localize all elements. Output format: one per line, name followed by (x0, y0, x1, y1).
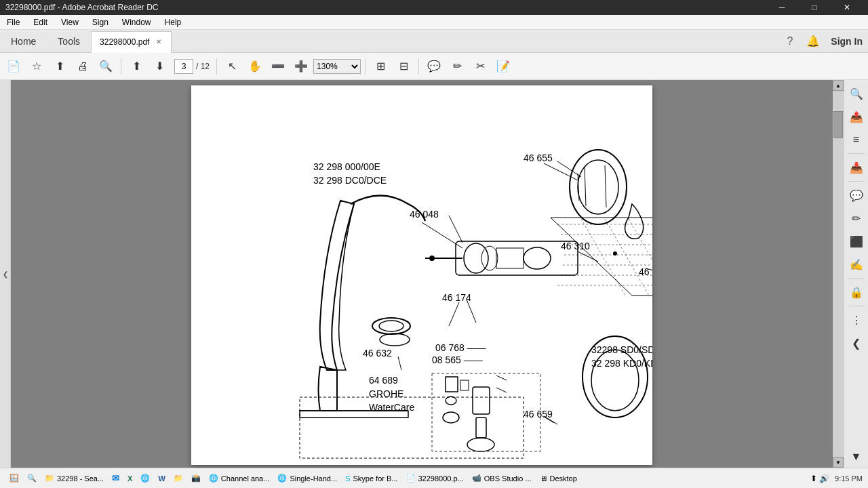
windows-icon: 🪟 (9, 474, 19, 483)
more-panel-button[interactable]: ⋮ (846, 309, 867, 331)
tab-right-area: ? 🔔 Sign In (784, 32, 868, 50)
taskbar-chrome-2[interactable]: 🌐 Single-Hand... (273, 469, 341, 488)
excel-icon: X (127, 474, 132, 483)
page-number-input[interactable]: 3 (174, 59, 193, 74)
taskbar-outlook[interactable]: ✉ (108, 469, 123, 488)
search-button[interactable]: 🔍 (95, 56, 117, 77)
menu-window[interactable]: Window (115, 15, 158, 30)
menu-sign[interactable]: Sign (85, 15, 115, 30)
skype-label: Skype for B... (353, 474, 397, 483)
taskbar-search[interactable]: 🔍 (23, 469, 41, 488)
comment-panel-button[interactable]: 💬 (846, 184, 867, 206)
label-46659: 46 659 (524, 409, 553, 420)
sign-in-button[interactable]: Sign In (831, 36, 863, 47)
cartridge-end-2 (524, 247, 551, 269)
cartridge-body (456, 241, 578, 275)
scroll-down-button[interactable]: ▼ (833, 457, 844, 468)
print-button[interactable]: 🖨 (72, 56, 94, 77)
help-icon-button[interactable]: ? (784, 33, 795, 50)
export-panel-button[interactable]: 📥 (846, 157, 867, 178)
faucet-spout-inner (337, 204, 354, 370)
washer-inner (379, 321, 403, 331)
washer-2 (380, 333, 410, 346)
explorer-icon: 📁 (45, 474, 54, 483)
notifications-icon-button[interactable]: 🔔 (804, 32, 823, 50)
menu-edit[interactable]: Edit (26, 15, 54, 30)
new-document-button[interactable]: 📄 (3, 56, 24, 77)
search-panel-button[interactable]: 🔍 (846, 83, 867, 104)
taskbar-ie[interactable]: 🌐 (136, 469, 154, 488)
hand-tool-button[interactable]: ✋ (244, 56, 266, 77)
system-tray: ⬆ 🔊 (810, 474, 829, 483)
surface-grid (551, 218, 652, 296)
upload-button[interactable]: ⬆ (49, 56, 71, 77)
taskbar-excel[interactable]: X (123, 469, 136, 488)
highlight-button[interactable]: ✏ (446, 56, 468, 77)
sign-button[interactable]: 📝 (492, 56, 514, 77)
menu-file[interactable]: File (0, 15, 26, 30)
toolbar-separator-4 (418, 58, 419, 75)
cap-line-2 (585, 167, 586, 206)
menu-view[interactable]: View (54, 15, 85, 30)
taskbar-photo[interactable]: 📸 (187, 469, 205, 488)
taskbar-desktop[interactable]: 🖥 Desktop (536, 469, 581, 488)
stamp-button[interactable]: ✂ (469, 56, 491, 77)
taskbar-skype[interactable]: S Skype for B... (341, 469, 401, 488)
taskbar-chrome-1[interactable]: 🌐 Channel ana... (205, 469, 274, 488)
eraser-panel-button[interactable]: ⬛ (846, 230, 867, 252)
zoom-out-button[interactable]: ➖ (267, 56, 289, 77)
scroll-up-button[interactable]: ▲ (833, 80, 844, 91)
line-46655 (557, 161, 581, 177)
zoom-select[interactable]: 130% 100% 75% 150% (313, 59, 361, 74)
scroll-track[interactable] (833, 91, 844, 457)
taskbar-start[interactable]: 🪟 (5, 469, 23, 488)
comment-button[interactable]: 💬 (423, 56, 445, 77)
line-46174 (467, 300, 476, 323)
share-panel-button[interactable]: 📤 (846, 106, 867, 127)
select-tool-button[interactable]: ↖ (221, 56, 243, 77)
skype-icon: S (345, 474, 350, 483)
faucet-base (319, 367, 338, 411)
label-model-3: 32298 SD0/SDE (591, 344, 652, 355)
next-page-button[interactable]: ⬇ (149, 56, 170, 77)
snapshot-button[interactable]: ⊟ (393, 56, 414, 77)
tab-close-button[interactable]: ✕ (155, 30, 163, 54)
label-model-1: 32 298 000/00E (313, 161, 380, 172)
maximize-button[interactable]: □ (799, 0, 830, 15)
label-46048: 46 048 (410, 209, 439, 220)
label-64689: 64 689 (369, 375, 398, 386)
taskbar-obs[interactable]: 📹 OBS Studio ... (468, 469, 536, 488)
marquee-tool-button[interactable]: ⊞ (370, 56, 391, 77)
obs-icon: 📹 (472, 474, 481, 483)
tab-home[interactable]: Home (0, 30, 47, 53)
desktop-icon: 🖥 (540, 474, 547, 483)
bookmark-button[interactable]: ☆ (26, 56, 47, 77)
tab-tools[interactable]: Tools (47, 30, 91, 53)
minimize-button[interactable]: ─ (766, 0, 797, 15)
prev-page-button[interactable]: ⬆ (125, 56, 147, 77)
zoom-in-button[interactable]: ➕ (290, 56, 312, 77)
label-46655: 46 655 (524, 152, 553, 163)
left-panel-toggle[interactable]: ❮ (0, 80, 11, 468)
label-06768: 06 768 —— (435, 342, 486, 353)
menu-help[interactable]: Help (158, 15, 189, 30)
taskbar-acrobat[interactable]: 📄 32298000.p... (402, 469, 468, 488)
panel-toggle-button[interactable]: ▼ (846, 446, 867, 468)
handle-cap-inner (578, 160, 618, 214)
pointer-06768 (496, 375, 507, 380)
pen-panel-button[interactable]: ✏ (846, 207, 867, 229)
scroll-thumb[interactable] (833, 111, 843, 138)
close-button[interactable]: ✕ (831, 0, 863, 15)
scrollbar: ▲ ▼ (833, 80, 844, 468)
clock: 9:15 PM (835, 474, 863, 483)
sign-panel-button[interactable]: ✍ (846, 253, 867, 275)
collapse-panel-button[interactable]: ❮ (846, 332, 867, 354)
taskbar-file[interactable]: 📁 (170, 469, 187, 488)
toolbar-separator-3 (365, 58, 366, 75)
tab-pdf[interactable]: 32298000.pdf ✕ (91, 31, 172, 53)
taskbar-explorer[interactable]: 📁 32298 - Sea... (41, 469, 108, 488)
taskbar-word[interactable]: W (154, 469, 169, 488)
label-46310: 46 310 (561, 241, 590, 251)
layers-panel-button[interactable]: ≡ (846, 129, 867, 150)
lock-panel-button[interactable]: 🔒 (846, 281, 867, 303)
